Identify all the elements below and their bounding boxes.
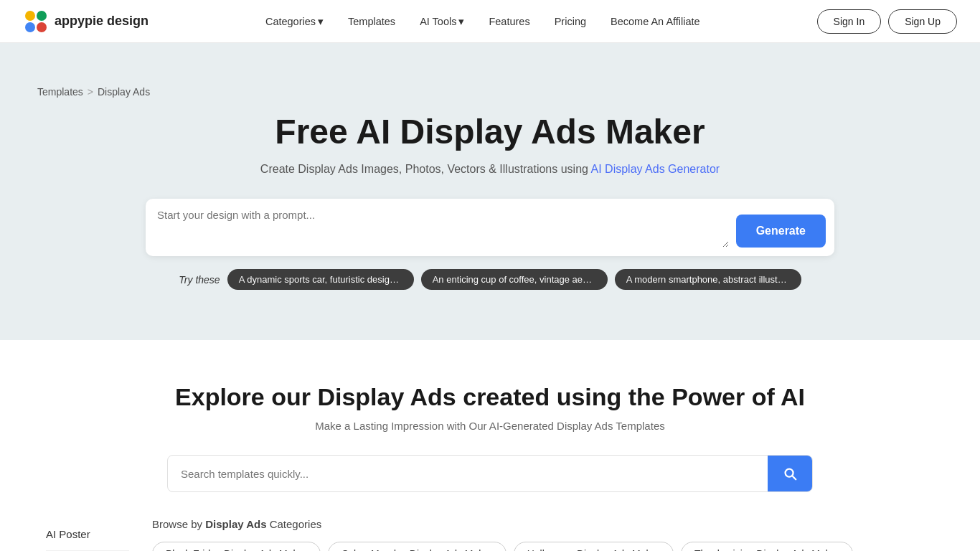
svg-point-2 (25, 22, 35, 32)
signin-button[interactable]: Sign In (817, 9, 882, 34)
breadcrumb-current: Display Ads (98, 86, 150, 98)
try-chip-0[interactable]: A dynamic sports car, futuristic design,… (227, 269, 414, 290)
try-chip-1[interactable]: An enticing cup of coffee, vintage aesth… (421, 269, 608, 290)
hero-title: Free AI Display Ads Maker (275, 112, 705, 151)
try-these-label: Try these (179, 274, 220, 286)
breadcrumb-separator: > (88, 86, 93, 98)
category-chip-halloween[interactable]: Halloween Display Ads Maker (514, 542, 674, 551)
svg-point-1 (37, 11, 47, 21)
hero-subtitle: Create Display Ads Images, Photos, Vecto… (260, 163, 720, 176)
category-chip-thanksgiving[interactable]: Thanksgiving Display Ads Maker (681, 542, 853, 551)
nav-actions: Sign In Sign Up (817, 9, 957, 34)
logo[interactable]: appypie design (23, 9, 149, 34)
try-chip-2[interactable]: A modern smartphone, abstract illustrati… (615, 269, 801, 290)
template-search-input[interactable] (168, 456, 768, 491)
breadcrumb: Templates > Display Ads (37, 86, 150, 98)
hero-search-wrap: Generate (146, 199, 834, 256)
category-chip-black-friday[interactable]: Black Friday Display Ads Maker (152, 542, 321, 551)
generate-button[interactable]: Generate (736, 215, 826, 248)
breadcrumb-parent[interactable]: Templates (37, 86, 83, 98)
navbar: appypie design Categories ▾ Templates AI… (0, 0, 980, 43)
template-search-wrap (167, 455, 813, 492)
content-area: Browse by Display Ads Categories Black F… (152, 518, 957, 551)
svg-point-0 (25, 11, 35, 21)
chevron-down-icon: ▾ (318, 16, 324, 27)
hero-section: Templates > Display Ads Free AI Display … (0, 43, 980, 340)
signup-button[interactable]: Sign Up (888, 9, 957, 34)
svg-point-3 (37, 22, 47, 32)
explore-section: Explore our Display Ads created using th… (0, 340, 980, 551)
nav-features[interactable]: Features (479, 10, 540, 33)
hero-prompt-input[interactable] (157, 207, 729, 248)
logo-text: appypie design (55, 14, 149, 29)
nav-affiliate[interactable]: Become An Affiliate (600, 10, 710, 33)
chevron-down-icon: ▾ (458, 16, 464, 27)
nav-templates[interactable]: Templates (338, 10, 405, 33)
category-chip-cyber-monday[interactable]: Cyber Monday Display Ads Maker (328, 542, 507, 551)
sidebar: AI Poster AI Card AI Flyer (23, 518, 152, 551)
nav-categories[interactable]: Categories ▾ (255, 10, 334, 33)
nav-links: Categories ▾ Templates AI Tools ▾ Featur… (255, 10, 710, 33)
sidebar-item-ai-poster[interactable]: AI Poster (46, 518, 129, 551)
search-icon (782, 466, 798, 481)
browse-label: Browse by Display Ads Categories (152, 518, 934, 530)
explore-subtitle: Make a Lasting Impression with Our AI-Ge… (23, 420, 957, 432)
main-layout: AI Poster AI Card AI Flyer Browse by Dis… (23, 518, 957, 551)
explore-title: Explore our Display Ads created using th… (23, 383, 957, 411)
nav-ai-tools[interactable]: AI Tools ▾ (410, 10, 474, 33)
hero-link[interactable]: AI Display Ads Generator (591, 163, 720, 175)
template-search-button[interactable] (768, 456, 812, 491)
try-these-section: Try these A dynamic sports car, futurist… (146, 269, 834, 290)
nav-pricing[interactable]: Pricing (545, 10, 596, 33)
category-chips: Black Friday Display Ads Maker Cyber Mon… (152, 542, 934, 551)
